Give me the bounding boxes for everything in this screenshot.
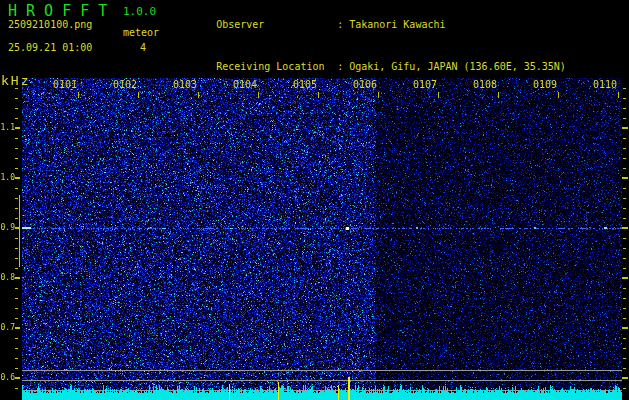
mode-label: meteor — [123, 27, 159, 38]
info-label: Receiving Location — [216, 60, 337, 74]
axis-tick — [623, 168, 626, 169]
axis-tick — [622, 127, 628, 129]
axis-tick — [15, 108, 18, 109]
axis-tick — [15, 318, 18, 319]
x-tick-label: 0102 — [112, 79, 137, 90]
x-tick-label: 0101 — [52, 79, 77, 90]
axis-tick — [622, 377, 628, 379]
axis-tick — [623, 348, 626, 349]
axis-tick — [15, 327, 20, 329]
axis-tick — [15, 368, 18, 369]
y-axis-unit-label: kHz — [1, 73, 30, 88]
axis-tick — [15, 198, 18, 199]
axis-tick — [623, 88, 626, 89]
axis-tick — [15, 98, 18, 99]
axis-tick — [78, 92, 79, 98]
y-tick-label: 0.6 — [0, 373, 15, 382]
axis-tick — [15, 288, 18, 289]
axis-tick — [623, 98, 626, 99]
axis-tick — [558, 92, 559, 98]
axis-tick — [198, 92, 199, 98]
axis-tick — [15, 298, 18, 299]
axis-tick — [138, 92, 139, 98]
axis-tick — [15, 338, 18, 339]
axis-tick — [623, 108, 626, 109]
x-tick-label: 0107 — [412, 79, 437, 90]
axis-tick — [623, 358, 626, 359]
output-filename: 2509210100.png — [8, 19, 92, 30]
axis-tick — [618, 92, 619, 98]
axis-tick — [623, 188, 626, 189]
info-row-observer: Observer:Takanori Kawachi — [180, 4, 566, 46]
app-title: H R O F F T — [8, 2, 107, 20]
y-tick-label: 0.7 — [0, 323, 15, 332]
info-label: Observer — [216, 18, 337, 32]
y-tick-label: 1.0 — [0, 173, 15, 182]
y-tick-label: 0.8 — [0, 273, 15, 282]
axis-tick — [623, 248, 626, 249]
x-tick-label: 0108 — [472, 79, 497, 90]
x-tick-label: 0106 — [352, 79, 377, 90]
axis-tick — [15, 168, 18, 169]
x-tick-label: 0110 — [592, 79, 617, 90]
axis-tick — [623, 368, 626, 369]
axis-tick — [15, 118, 18, 119]
axis-tick — [623, 298, 626, 299]
axis-tick — [623, 288, 626, 289]
axis-tick — [15, 308, 18, 309]
axis-tick — [622, 327, 628, 329]
axis-tick — [15, 227, 20, 229]
axis-tick — [623, 388, 626, 389]
axis-tick — [623, 308, 626, 309]
axis-tick — [15, 188, 18, 189]
axis-tick — [15, 158, 18, 159]
axis-tick — [623, 148, 626, 149]
axis-tick — [15, 127, 20, 129]
x-tick-label: 0109 — [532, 79, 557, 90]
hrofft-window: H R O F F T 1.0.0 2509210100.png meteor … — [0, 0, 629, 400]
axis-tick — [15, 177, 20, 179]
axis-tick — [623, 208, 626, 209]
x-tick-label: 0104 — [232, 79, 257, 90]
info-colon: : — [337, 19, 343, 30]
x-tick-label: 0105 — [292, 79, 317, 90]
axis-tick — [15, 208, 18, 209]
axis-tick — [623, 338, 626, 339]
info-colon: : — [337, 61, 343, 72]
axis-tick — [15, 148, 18, 149]
meteor-count: 4 — [140, 42, 146, 53]
gutter-marker-bar — [19, 195, 20, 267]
axis-tick — [623, 268, 626, 269]
axis-tick — [623, 158, 626, 159]
axis-tick — [15, 238, 18, 239]
axis-tick — [623, 258, 626, 259]
axis-tick — [15, 268, 18, 269]
axis-tick — [623, 138, 626, 139]
info-value: Takanori Kawachi — [349, 19, 445, 30]
axis-tick — [15, 258, 18, 259]
x-tick-label: 0103 — [172, 79, 197, 90]
axis-tick — [622, 227, 628, 229]
info-value: Ogaki, Gifu, JAPAN (136.60E, 35.35N) — [349, 61, 566, 72]
axis-tick — [318, 92, 319, 98]
axis-tick — [15, 138, 18, 139]
axis-tick — [15, 377, 20, 379]
axis-tick — [623, 198, 626, 199]
axis-tick — [15, 277, 20, 279]
axis-tick — [378, 92, 379, 98]
axis-tick — [258, 92, 259, 98]
axis-tick — [623, 318, 626, 319]
timestamp: 25.09.21 01:00 — [8, 42, 92, 53]
axis-tick — [15, 88, 18, 89]
axis-tick — [15, 358, 18, 359]
axis-tick — [622, 177, 628, 179]
axis-tick — [498, 92, 499, 98]
axis-tick — [15, 218, 18, 219]
axis-tick — [15, 248, 18, 249]
axis-tick — [623, 238, 626, 239]
axis-tick — [622, 277, 628, 279]
axis-tick — [438, 92, 439, 98]
axis-tick — [623, 218, 626, 219]
spectrogram-canvas — [22, 78, 622, 400]
y-tick-label: 1.1 — [0, 123, 15, 132]
